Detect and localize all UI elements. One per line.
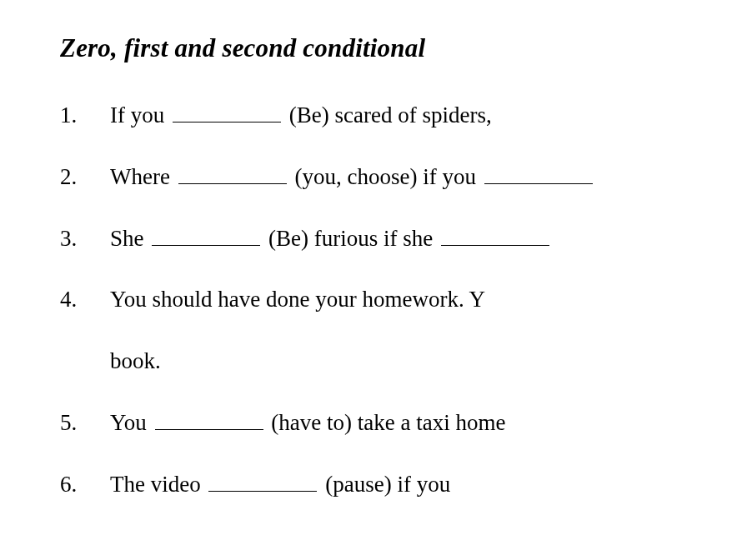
q6-hint-1: (pause) if you [325,472,450,497]
worksheet-title: Zero, first and second conditional [60,33,747,63]
q3-text-a: She [110,226,144,251]
q4-line-1: You should have done your homework. Y [110,287,485,312]
q4-line-2: book. [110,346,747,378]
q1-blank-1[interactable] [173,102,281,122]
question-5: You (have to) take a taxi home [60,408,747,439]
exercise-list: If you (Be) scared of spiders, Where (yo… [60,100,747,501]
question-6: The video (pause) if you [60,469,747,501]
question-3: She (Be) furious if she [60,223,747,255]
q6-text-a: The video [110,472,201,497]
question-1: If you (Be) scared of spiders, [60,100,747,132]
q3-blank-1[interactable] [152,225,260,245]
q3-hint-1: (Be) furious if she [268,226,433,251]
q5-hint-1: (have to) take a taxi home [271,410,505,435]
q5-text-a: You [110,410,147,435]
q2-blank-2[interactable] [484,164,593,184]
q2-blank-1[interactable] [178,164,287,184]
q2-text-a: Where [110,164,170,189]
q6-blank-1[interactable] [208,471,317,491]
q2-hint-1: (you, choose) if you [294,164,475,189]
q1-text-a: If you [110,102,164,128]
question-2: Where (you, choose) if you [60,162,747,193]
q3-blank-2[interactable] [441,225,549,245]
q1-hint-1: (Be) scared of spiders, [289,102,492,128]
q5-blank-1[interactable] [155,410,263,430]
question-4: You should have done your homework. Y bo… [60,284,747,378]
